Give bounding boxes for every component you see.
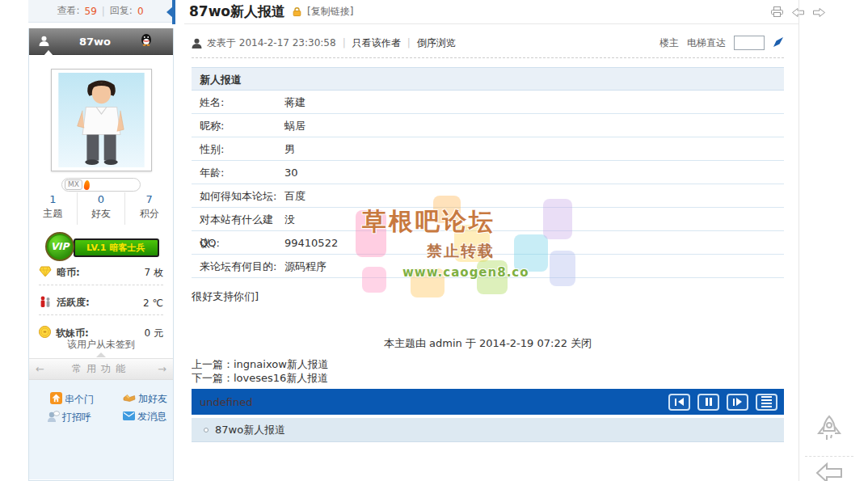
player-prev-icon[interactable] <box>668 394 690 411</box>
common-functions-bar: ← 常用功能 → <box>29 358 173 380</box>
post-divider <box>192 57 784 58</box>
qq-icon[interactable] <box>141 33 152 49</box>
wallet-row-activity: 活跃度: 2 ℃ <box>39 291 163 315</box>
form-title: 新人报道 <box>192 67 784 91</box>
handshake-icon <box>123 393 136 406</box>
quick-links: 串个门 加好友 打招呼 发消息 <box>29 380 173 479</box>
user-icon <box>39 34 49 49</box>
section-notch <box>96 352 106 357</box>
views-count: 59 <box>85 6 97 17</box>
scroll-right-icon[interactable]: → <box>151 363 173 375</box>
gutter-divider <box>798 0 799 481</box>
printer-icon[interactable] <box>770 6 784 21</box>
closed-notice: 本主题由 admin 于 2014-2-19 07:22 关闭 <box>192 336 784 351</box>
message-icon <box>123 411 135 423</box>
collapse-chevron-icon[interactable] <box>166 6 173 18</box>
scroll-left-icon[interactable]: ← <box>29 363 51 375</box>
vip-level-badge: LV.1 暗客士兵 <box>74 238 159 257</box>
author-sidebar: 87wo <box>28 28 174 481</box>
tools-divider <box>805 456 853 457</box>
mx-label: MX <box>65 179 82 190</box>
checkin-status: 该用户从未签到 <box>29 338 173 352</box>
vip-icon: VIP <box>45 232 74 261</box>
user-stats: 1主题 0好友 7积分 <box>29 192 173 225</box>
form-row: 对本站有什么建议:没 <box>192 208 784 231</box>
forum-thread-page: 查看: 59 | 回复: 0 87wo新人报道 [复制链接] 发表于 2014-… <box>0 0 868 481</box>
player-label: undefined <box>200 396 252 408</box>
floor-label: 楼主 <box>659 36 679 50</box>
player-list-icon[interactable] <box>756 394 777 411</box>
home-icon <box>50 392 62 407</box>
form-row: QQ:99410522 <box>192 231 784 255</box>
form-row: 昵称:蜗居 <box>192 114 784 137</box>
nav-forward-icon[interactable] <box>812 6 826 21</box>
stat-threads[interactable]: 1主题 <box>29 192 77 225</box>
replies-label: 回复: <box>110 4 133 18</box>
floating-tools <box>805 414 853 481</box>
elevator-input[interactable] <box>734 36 765 50</box>
add-friend-link[interactable]: 加好友 <box>123 392 167 406</box>
newcomer-form: 新人报道 姓名:蒋建 昵称:蜗居 性别:男 年龄:30 如何得知本论坛:百度 对… <box>192 67 784 278</box>
views-label: 查看: <box>57 4 79 18</box>
visit-home-link[interactable]: 串个门 <box>50 392 94 407</box>
only-author-link[interactable]: 只看该作者 <box>352 36 401 50</box>
send-message-link[interactable]: 发消息 <box>123 410 166 424</box>
replies-count: 0 <box>137 6 144 17</box>
panel-divider <box>172 0 175 24</box>
title-bar: 87wo新人报道 [复制链接] <box>184 0 798 24</box>
form-row: 性别:男 <box>192 137 784 161</box>
post-header: 发表于 2014-2-17 23:30:58 | 只看该作者 | 倒序浏览 楼主… <box>192 31 784 55</box>
elevator-label: 电梯直达 <box>687 36 726 50</box>
form-row: 来论坛有何目的:源码程序 <box>192 255 784 278</box>
medal-progress: MX <box>61 178 141 192</box>
page-title: 87wo新人报道 <box>189 2 285 21</box>
copy-link[interactable]: [复制链接] <box>307 5 353 19</box>
prev-post-link[interactable]: 上一篇：ingnaixow新人报道 <box>192 357 329 372</box>
flame-icon <box>83 179 90 190</box>
activity-icon <box>39 296 52 310</box>
stat-credits[interactable]: 7积分 <box>124 192 173 225</box>
next-post-link[interactable]: 下一篇：loveses16新人报道 <box>192 371 328 386</box>
form-row: 如何得知本论坛:百度 <box>192 184 784 208</box>
player-bar: undefined <box>192 389 784 415</box>
form-row: 年龄:30 <box>192 161 784 184</box>
return-icon[interactable] <box>805 462 853 481</box>
post-time: 发表于 2014-2-17 23:30:58 <box>207 36 336 50</box>
thread-stats-bar: 查看: 59 | 回复: 0 <box>28 0 172 23</box>
sort-mode-link[interactable]: 倒序浏览 <box>417 36 456 50</box>
related-item-row[interactable]: 87wo新人报道 <box>192 418 784 442</box>
player-pause-icon[interactable] <box>697 394 719 411</box>
post-body-text: 很好支持你们] <box>192 289 259 304</box>
form-row: 姓名:蒋建 <box>192 91 784 114</box>
wallet-row-coin: 暗币: 7 枚 <box>39 261 163 285</box>
username[interactable]: 87wo <box>49 36 141 48</box>
say-hi-link[interactable]: 打招呼 <box>47 410 91 424</box>
greet-icon <box>47 410 60 424</box>
common-functions-title: 常用功能 <box>51 362 151 376</box>
lock-icon <box>292 6 302 17</box>
bullet-icon <box>204 428 209 432</box>
header-notch <box>44 50 53 56</box>
stats-separator: | <box>102 6 105 17</box>
go-icon[interactable] <box>773 36 784 50</box>
diamond-icon <box>39 266 52 280</box>
avatar[interactable] <box>51 69 152 171</box>
player-next-icon[interactable] <box>727 394 748 411</box>
stat-friends[interactable]: 0好友 <box>77 192 125 225</box>
related-item-link[interactable]: 87wo新人报道 <box>215 423 285 437</box>
rocket-icon[interactable] <box>805 414 853 451</box>
author-icon <box>192 38 202 49</box>
